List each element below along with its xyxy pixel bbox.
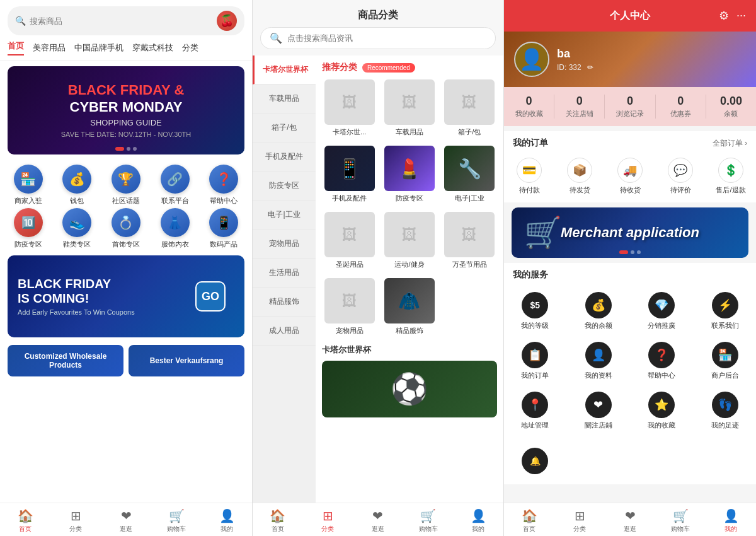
sub-item-jacket[interactable]: 🧥 精品服饰 [382,278,437,335]
right-nav-category[interactable]: ⊞ 分类 [554,503,605,536]
service-profile[interactable]: 👤 我的资料 [568,337,630,385]
service-merchant-backend[interactable]: 🏪 商户后台 [694,337,757,385]
sub-item-worldcup[interactable]: 🖼 卡塔尔世... [322,79,377,137]
stat-favorites[interactable]: 0 我的收藏 [504,95,554,119]
icon-epidemic[interactable]: 🔟 防疫专区 [5,208,52,249]
stats-row: 0 我的收藏 0 关注店铺 0 浏览记录 0 优惠券 0.00 余额 [504,87,756,126]
more-icon[interactable]: ··· [736,9,746,23]
elec-img: 🔧 [444,146,495,191]
service-footprint[interactable]: 👣 我的足迹 [694,387,757,435]
right-nav-mine[interactable]: 👤 我的 [706,503,756,536]
cat-worldcup[interactable]: 卡塔尔世界杯 [253,55,316,84]
service-my-favorites[interactable]: ⭐ 我的收藏 [631,387,693,435]
service-contact[interactable]: ⚡ 联系我们 [694,287,757,335]
left-search-bar[interactable]: 🔍 🍒 [8,6,244,35]
edit-icon[interactable]: ✏ [587,63,593,72]
icon-wallet[interactable]: 💰 钱包 [54,165,101,206]
service-follow-shop[interactable]: ❤ 關注店鋪 [568,387,630,435]
pending-review-icon: 💬 [668,158,693,183]
cat-electronics[interactable]: 电子|工业 [253,201,316,230]
service-helpcenter[interactable]: ❓ 帮助中心 [631,337,693,385]
gear-icon[interactable]: ⚙ [719,9,729,23]
service-extra[interactable]: 🔔 [504,443,566,482]
platform-icon: 🔗 [161,165,190,194]
service-distribution[interactable]: 💎 分销推廣 [631,287,693,335]
tab-home[interactable]: 首页 [8,40,24,55]
service-level[interactable]: $5 我的等级 [504,287,566,335]
cat-pet[interactable]: 宠物用品 [253,230,316,259]
order-pending-ship[interactable]: 📦 待发货 [554,158,605,195]
mid-nav-category[interactable]: ⊞ 分类 [303,503,353,536]
middle-title: 商品分类 [253,0,503,27]
right-nav-cart[interactable]: 🛒 购物车 [655,503,706,536]
sub-item-epidemic2[interactable]: 💄 防疫专区 [382,146,437,203]
r-category-icon: ⊞ [575,508,585,523]
left-nav-mine[interactable]: 👤 我的 [202,503,252,536]
icon-merchant[interactable]: 🏪 商家入驻 [5,165,52,206]
stat-coupons[interactable]: 0 优惠券 [656,95,706,119]
sub-item-elec[interactable]: 🔧 电子|工业 [442,146,497,203]
service-balance[interactable]: 💰 我的余额 [568,287,630,335]
left-nav-home[interactable]: 🏠 首页 [0,503,50,536]
category-icon: ⊞ [71,508,81,523]
stat-follow-shops[interactable]: 0 关注店铺 [554,95,605,119]
order-refund[interactable]: 💲 售后/退款 [706,158,756,195]
order-pending-receive[interactable]: 🚚 待收货 [605,158,655,195]
orders-all-link[interactable]: 全部订单 › [713,138,747,149]
left-nav-explore[interactable]: ❤ 逛逛 [101,503,151,536]
order-pending-pay[interactable]: 💳 待付款 [504,158,554,195]
card-bestseller[interactable]: Bester Verkaufsrang [129,345,244,376]
icon-digital[interactable]: 📱 数码产品 [200,208,247,249]
mid-nav-explore[interactable]: ❤ 逛逛 [353,503,403,536]
sub-item-car[interactable]: 🖼 车载用品 [382,79,437,137]
sub-item-xmas[interactable]: 🖼 圣诞用品 [322,212,377,269]
cat-car[interactable]: 车载用品 [253,84,316,114]
left-nav-category[interactable]: ⊞ 分类 [50,503,101,536]
icon-community[interactable]: 🏆 社区话题 [103,165,149,206]
dot-1 [115,147,124,151]
pending-ship-label: 待发货 [570,185,590,195]
icon-help[interactable]: ❓ 帮助中心 [200,165,247,206]
cat-fashion[interactable]: 精品服饰 [253,288,316,317]
b2line3: Add Early Favourites To Win Coupons [18,308,135,316]
mid-nav-mine[interactable]: 👤 我的 [453,503,503,536]
stat-history[interactable]: 0 浏览记录 [605,95,655,119]
icon-shoes[interactable]: 👟 鞋类专区 [54,208,101,249]
digital-label: 数码产品 [210,240,238,249]
right-nav-home[interactable]: 🏠 首页 [504,503,554,536]
tab-wearable[interactable]: 穿戴式科技 [132,42,173,54]
middle-search-bar[interactable]: 🔍 [260,27,496,49]
mid-nav-cart[interactable]: 🛒 购物车 [403,503,454,536]
order-pending-review[interactable]: 💬 待评价 [655,158,706,195]
left-search-input[interactable] [30,16,213,26]
sub-item-halloween[interactable]: 🖼 万圣节用品 [442,212,497,269]
tab-phone[interactable]: 中国品牌手机 [74,42,123,54]
sub-item-phone[interactable]: 📱 手机及配件 [322,146,377,203]
left-nav-cart[interactable]: 🛒 购物车 [151,503,202,536]
avatar: 👤 [514,42,549,77]
cat-phone[interactable]: 手机及配件 [253,143,316,172]
pending-ship-icon: 📦 [567,158,592,183]
stat-balance[interactable]: 0.00 余额 [706,95,756,119]
banner-line1: BLACK FRIDAY & [61,82,191,98]
sub-item-bag[interactable]: 🖼 箱子/包 [442,79,497,137]
cat-bag[interactable]: 箱子/包 [253,114,316,143]
card-wholesale[interactable]: Customized Wholesale Products [8,345,123,376]
icon-jewelry[interactable]: 💍 首饰专区 [103,208,149,249]
service-address[interactable]: 📍 地址管理 [504,387,566,435]
cat-epidemic[interactable]: 防疫专区 [253,172,316,201]
cat-daily[interactable]: 生活用品 [253,259,316,288]
tab-beauty[interactable]: 美容用品 [33,42,66,54]
tab-category[interactable]: 分类 [182,42,198,54]
cat-adult[interactable]: 成人用品 [253,317,316,346]
icon-platform[interactable]: 🔗 联系平台 [152,165,198,206]
right-nav-explore[interactable]: ❤ 逛逛 [605,503,655,536]
mid-nav-home[interactable]: 🏠 首页 [253,503,303,536]
sub-item-sports[interactable]: 🖼 运动/健身 [382,212,437,269]
go-button[interactable]: GO [195,281,226,312]
middle-search-input[interactable] [287,33,486,43]
icon-clothing[interactable]: 👗 服饰内衣 [152,208,198,249]
service-myorder[interactable]: 📋 我的订单 [504,337,566,385]
merchant-application-banner[interactable]: 🛒 Merchant application [512,207,748,258]
sub-item-pet[interactable]: 🖼 宠物用品 [322,278,377,335]
